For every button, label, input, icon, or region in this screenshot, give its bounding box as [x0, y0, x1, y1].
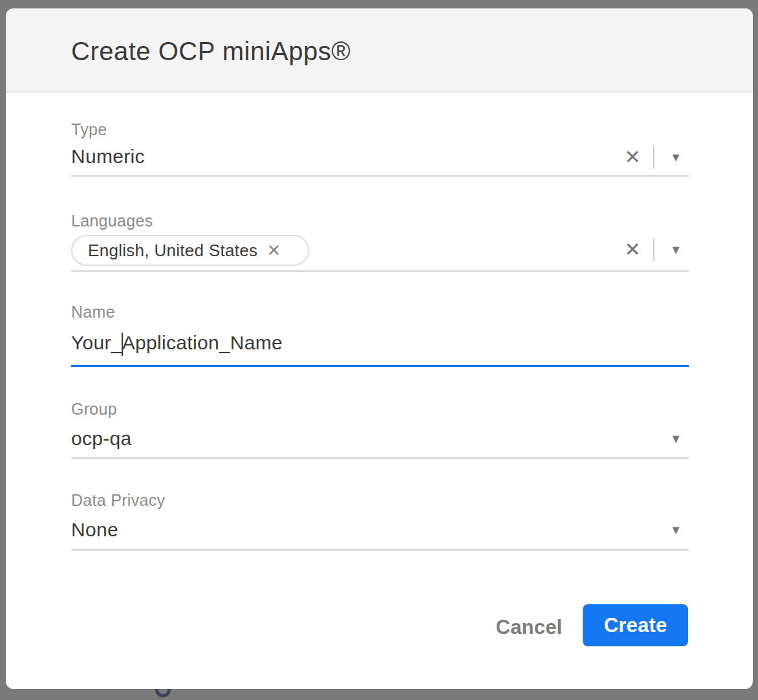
languages-underline — [71, 270, 689, 272]
name-input-text-after-caret: Application_Name — [122, 332, 283, 353]
languages-clear-icon[interactable]: ✕ — [623, 241, 642, 259]
group-field-label: Group — [71, 400, 117, 418]
dialog-title: Create OCP miniApps® — [71, 37, 351, 65]
dialog-header: Create OCP miniApps® — [6, 8, 753, 93]
name-field-label: Name — [71, 303, 115, 321]
data-privacy-dropdown-arrow-icon[interactable]: ▾ — [667, 521, 684, 538]
language-chip[interactable]: English, United States ✕ — [71, 235, 309, 266]
languages-field-label: Languages — [71, 212, 153, 230]
name-underline-focused — [71, 365, 689, 367]
text-caret — [122, 333, 123, 356]
group-field-value[interactable]: ocp-qa — [71, 427, 132, 450]
languages-dropdown-arrow-icon[interactable]: ▾ — [667, 241, 684, 258]
data-privacy-underline — [71, 549, 689, 551]
languages-divider — [653, 238, 655, 261]
type-field-label: Type — [71, 120, 107, 138]
name-input-text-before-caret: Your_ — [71, 332, 122, 353]
name-input[interactable]: Your_Application_Name — [71, 330, 283, 355]
create-button[interactable]: Create — [583, 604, 688, 646]
data-privacy-field-label: Data Privacy — [71, 491, 165, 509]
type-divider — [653, 146, 655, 169]
type-field-value[interactable]: Numeric — [71, 145, 145, 168]
type-clear-icon[interactable]: ✕ — [623, 148, 642, 166]
type-dropdown-arrow-icon[interactable]: ▾ — [667, 149, 684, 166]
language-chip-remove-icon[interactable]: ✕ — [266, 242, 281, 259]
group-underline — [71, 457, 689, 459]
type-underline — [71, 175, 689, 177]
data-privacy-field-value[interactable]: None — [71, 518, 118, 541]
language-chip-label: English, United States — [88, 241, 257, 261]
create-miniapp-dialog: Create OCP miniApps® Type Numeric ✕ ▾ La… — [6, 8, 753, 689]
cancel-button[interactable]: Cancel — [487, 615, 571, 640]
group-dropdown-arrow-icon[interactable]: ▾ — [667, 430, 684, 447]
